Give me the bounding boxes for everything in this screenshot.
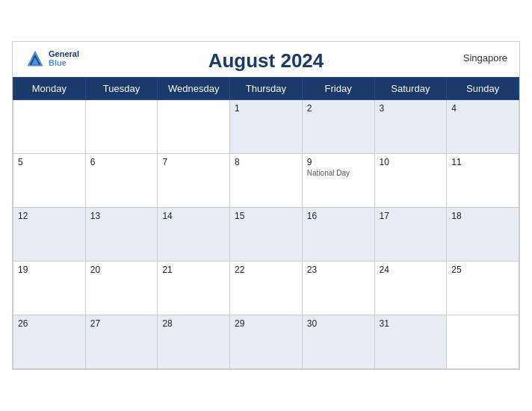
calendar-cell: 31: [374, 315, 447, 369]
calendar-cell: 21: [158, 262, 230, 315]
logo-text: General Blue: [49, 49, 79, 67]
calendar-header: General Blue August 2024 Singapore: [13, 42, 519, 77]
day-number: 25: [451, 265, 514, 275]
calendar-row-1: 1234: [13, 100, 519, 154]
weekday-header-tuesday: Tuesday: [85, 78, 158, 100]
day-number: 6: [90, 157, 153, 167]
day-number: 20: [90, 265, 153, 275]
day-number: 9: [307, 157, 370, 167]
day-number: 11: [451, 157, 514, 167]
calendar-cell: [85, 100, 158, 154]
weekday-header-row: MondayTuesdayWednesdayThursdayFridaySatu…: [13, 78, 519, 100]
weekday-header-thursday: Thursday: [230, 78, 303, 100]
day-number: 4: [451, 103, 514, 114]
calendar-cell: [447, 315, 519, 369]
calendar-cell: 24: [374, 262, 447, 315]
calendar-cell: 7: [158, 154, 230, 208]
day-number: 7: [162, 157, 225, 167]
day-number: 5: [18, 157, 81, 167]
weekday-header-saturday: Saturday: [374, 78, 447, 100]
calendar-cell: 30: [302, 315, 374, 369]
day-number: 23: [307, 265, 370, 275]
calendar-cell: 12: [13, 208, 86, 262]
country-label: Singapore: [463, 52, 507, 64]
calendar-row-4: 19202122232425: [13, 262, 519, 315]
calendar-cell: 2: [302, 100, 374, 154]
day-number: 26: [18, 318, 81, 329]
day-number: 21: [162, 265, 225, 275]
logo-icon: [25, 48, 46, 69]
calendar-cell: 20: [85, 262, 158, 315]
month-title: August 2024: [208, 49, 324, 72]
day-number: 13: [90, 211, 153, 221]
logo-general-text: General: [49, 49, 79, 58]
day-number: 15: [235, 211, 297, 221]
calendar-cell: 8: [230, 154, 303, 208]
day-number: 14: [162, 211, 225, 221]
day-number: 27: [90, 318, 153, 329]
weekday-header-friday: Friday: [302, 78, 374, 100]
calendar-cell: 11: [447, 154, 519, 208]
day-number: 17: [380, 211, 442, 221]
calendar-cell: 23: [302, 262, 374, 315]
calendar-cell: 28: [158, 315, 230, 369]
day-number: 22: [235, 265, 297, 275]
calendar-cell: 1: [230, 100, 303, 154]
logo-area: General Blue: [25, 48, 79, 69]
calendar-cell: 27: [85, 315, 158, 369]
calendar-container: General Blue August 2024 Singapore Monda…: [12, 41, 520, 370]
day-number: 1: [235, 103, 297, 114]
day-number: 18: [451, 211, 514, 221]
calendar-cell: 14: [158, 208, 230, 262]
day-number: 19: [18, 265, 81, 275]
calendar-cell: 13: [85, 208, 158, 262]
calendar-cell: 5: [13, 154, 86, 208]
calendar-table: MondayTuesdayWednesdayThursdayFridaySatu…: [13, 77, 519, 369]
calendar-row-5: 262728293031: [13, 315, 519, 369]
day-number: 8: [235, 157, 297, 167]
weekday-header-sunday: Sunday: [447, 78, 519, 100]
calendar-cell: 3: [374, 100, 447, 154]
day-number: 30: [307, 318, 370, 329]
calendar-cell: 25: [447, 262, 519, 315]
day-number: 12: [18, 211, 81, 221]
weekday-header-monday: Monday: [13, 78, 86, 100]
day-number: 3: [380, 103, 442, 114]
calendar-cell: 6: [85, 154, 158, 208]
holiday-label: National Day: [307, 169, 370, 177]
calendar-cell: 9National Day: [302, 154, 374, 208]
calendar-cell: 18: [447, 208, 519, 262]
calendar-cell: 19: [13, 262, 86, 315]
calendar-cell: 10: [374, 154, 447, 208]
calendar-row-2: 56789National Day1011: [13, 154, 519, 208]
day-number: 2: [307, 103, 370, 114]
day-number: 29: [235, 318, 297, 329]
calendar-cell: 16: [302, 208, 374, 262]
calendar-cell: [158, 100, 230, 154]
day-number: 28: [162, 318, 225, 329]
calendar-cell: 15: [230, 208, 303, 262]
calendar-cell: 29: [230, 315, 303, 369]
day-number: 31: [380, 318, 442, 329]
calendar-cell: [13, 100, 86, 154]
day-number: 24: [380, 265, 442, 275]
logo-blue-text: Blue: [49, 58, 66, 67]
weekday-header-wednesday: Wednesday: [158, 78, 230, 100]
day-number: 16: [307, 211, 370, 221]
calendar-row-3: 12131415161718: [13, 208, 519, 262]
calendar-cell: 17: [374, 208, 447, 262]
calendar-cell: 26: [13, 315, 86, 369]
calendar-cell: 22: [230, 262, 303, 315]
day-number: 10: [380, 157, 442, 167]
calendar-cell: 4: [447, 100, 519, 154]
